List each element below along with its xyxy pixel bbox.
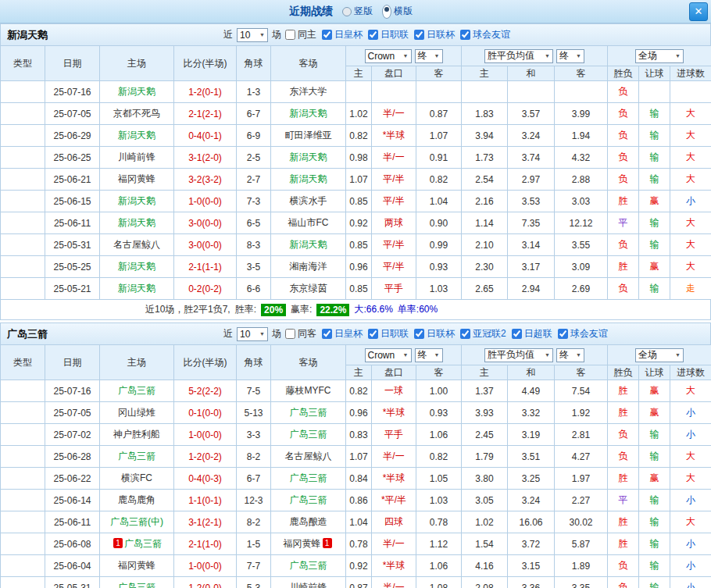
filter-checkbox-input[interactable] [285, 329, 295, 339]
match-count-select[interactable]: 10▼ [237, 327, 268, 341]
home-team-name: 鹿岛鹿角 [118, 494, 155, 505]
filter-checkbox[interactable]: 日联杯 [414, 327, 455, 340]
home-team-cell[interactable]: 新潟天鹅 [100, 125, 174, 147]
away-team-cell[interactable]: 新潟天鹅 [271, 147, 346, 169]
match-row: 日职联 25-05-31 广岛三箭 1-2(0-0) 5-3 川崎前锋 0.87… [1, 577, 711, 588]
away-team-cell[interactable]: 横滨水手 [271, 191, 346, 212]
home-team-cell[interactable]: 新潟天鹅 [100, 191, 174, 212]
filter-checkbox[interactable]: 亚冠联2 [460, 327, 506, 340]
filter-checkbox-input[interactable] [322, 30, 332, 40]
home-team-cell[interactable]: 新潟天鹅 [100, 256, 174, 278]
score-cell: 2-1(1-0) [174, 533, 237, 555]
date-cell: 25-05-31 [45, 577, 100, 588]
corner-cell: 12-3 [237, 490, 271, 511]
filter-checkbox-input[interactable] [512, 329, 522, 339]
odds-stage-select[interactable]: 终▼ [415, 348, 443, 362]
away-team-cell[interactable]: 广岛三箭 [271, 555, 346, 577]
home-team-cell[interactable]: 神户胜利船 [100, 424, 174, 446]
corner-cell: 8-3 [237, 234, 271, 256]
corner-cell: 8-2 [237, 446, 271, 468]
away-team-cell[interactable]: 新潟天鹅 [271, 103, 346, 125]
bookmaker-select[interactable]: Crown▼ [365, 348, 412, 362]
home-team-cell[interactable]: 福冈黄蜂 [100, 555, 174, 577]
filter-checkbox[interactable]: 日职联 [368, 28, 409, 41]
away-team-cell[interactable]: 广岛三箭 [271, 402, 346, 424]
avg-win-cell: 1.79 [462, 446, 508, 468]
col-odds-home: 主 [346, 365, 372, 380]
filter-checkbox[interactable]: 球会友谊 [558, 327, 608, 340]
home-team-cell[interactable]: 新潟天鹅 [100, 81, 174, 103]
home-team-cell[interactable]: 广岛三箭(中) [100, 511, 174, 533]
away-team-cell[interactable]: 福冈黄蜂1 [271, 533, 346, 555]
home-team-cell[interactable]: 京都不死鸟 [100, 103, 174, 125]
filter-checkbox-input[interactable] [460, 329, 470, 339]
home-team-cell[interactable]: 广岛三箭 [100, 446, 174, 468]
away-team-cell[interactable]: 广岛三箭 [271, 468, 346, 490]
away-team-cell[interactable]: 名古屋鲸八 [271, 446, 346, 468]
away-team-cell[interactable]: 福山市FC [271, 212, 346, 234]
filter-checkbox-input[interactable] [414, 329, 424, 339]
odds-stage-select[interactable]: 终▼ [415, 49, 443, 63]
filter-checkbox[interactable]: 日超联 [512, 327, 552, 340]
home-team-cell[interactable]: 川崎前锋 [100, 147, 174, 169]
home-team-cell[interactable]: 广岛三箭 [100, 577, 174, 588]
radio-horizontal[interactable]: 横版 [382, 5, 413, 19]
filter-checkbox-input[interactable] [414, 30, 424, 40]
filter-checkbox-input[interactable] [460, 30, 470, 40]
home-team-cell[interactable]: 1广岛三箭 [100, 533, 174, 555]
score-cell: 2-1(1-1) [174, 256, 237, 278]
filter-checkbox[interactable]: 日皇杯 [322, 327, 363, 340]
away-team-cell[interactable]: 湘南海洋 [271, 256, 346, 278]
away-team-cell[interactable]: 川崎前锋 [271, 577, 346, 588]
handicap-cell [372, 81, 416, 103]
away-team-cell[interactable]: 东京绿茵 [271, 278, 346, 300]
wdl-average-select[interactable]: 胜平负均值▼ [484, 348, 553, 362]
bookmaker-select[interactable]: Crown▼ [365, 49, 412, 63]
col-away: 客场 [271, 345, 346, 380]
wdl-average-select[interactable]: 胜平负均值▼ [484, 49, 553, 63]
filter-checkbox[interactable]: 日皇杯 [322, 28, 363, 41]
away-team-cell[interactable]: 东洋大学 [271, 81, 346, 103]
home-team-cell[interactable]: 新潟天鹅 [100, 212, 174, 234]
away-team-cell[interactable]: 广岛三箭 [271, 424, 346, 446]
filter-checkbox[interactable]: 球会友谊 [460, 28, 510, 41]
filter-checkbox-input[interactable] [322, 329, 332, 339]
filter-checkbox[interactable]: 日联杯 [414, 28, 455, 41]
home-team-cell[interactable]: 冈山绿雉 [100, 402, 174, 424]
home-team-cell[interactable]: 名古屋鲸八 [100, 234, 174, 256]
filter-checkbox-input[interactable] [368, 329, 378, 339]
away-odds-cell: 1.03 [416, 490, 462, 511]
radio-vertical[interactable]: 竖版 [342, 5, 373, 18]
filter-checkbox[interactable]: 日职联 [368, 327, 409, 340]
home-team-cell[interactable]: 鹿岛鹿角 [100, 490, 174, 511]
avg-win-cell: 3.94 [462, 125, 508, 147]
avg-draw-cell: 16.06 [508, 511, 555, 533]
home-team-cell[interactable]: 新潟天鹅 [100, 278, 174, 300]
away-team-cell[interactable]: 藤枝MYFC [271, 380, 346, 402]
league-cell: 日皇杯 [1, 212, 45, 234]
score-cell: 0-4(0-1) [174, 125, 237, 147]
filter-checkbox-input[interactable] [368, 30, 378, 40]
home-team-cell[interactable]: 横滨FC [100, 468, 174, 490]
home-team-cell[interactable]: 福冈黄蜂 [100, 169, 174, 191]
filter-checkbox[interactable]: 同主 [285, 28, 316, 41]
wdl-stage-select[interactable]: 终▼ [556, 348, 584, 362]
radio-selected-icon [382, 5, 391, 19]
scope-select[interactable]: 全场▼ [635, 49, 684, 63]
filter-checkbox-input[interactable] [558, 329, 568, 339]
scope-select[interactable]: 全场▼ [635, 348, 684, 362]
away-team-cell[interactable]: 鹿岛酿造 [271, 511, 346, 533]
match-count-select[interactable]: 10▼ [237, 28, 268, 42]
away-team-cell[interactable]: 新潟天鹅 [271, 234, 346, 256]
away-team-cell[interactable]: 新潟天鹅 [271, 169, 346, 191]
home-odds-cell: 0.96 [346, 402, 372, 424]
filter-checkbox[interactable]: 同客 [285, 327, 316, 340]
filter-checkbox-input[interactable] [285, 30, 295, 40]
league-cell: 日职联 [1, 402, 45, 424]
away-team-cell[interactable]: 町田泽维亚 [271, 125, 346, 147]
match-row: 日职联 25-06-15 新潟天鹅 1-0(0-0) 7-3 横滨水手 0.85… [1, 191, 711, 212]
close-button[interactable]: ✕ [689, 2, 708, 21]
home-team-cell[interactable]: 广岛三箭 [100, 380, 174, 402]
wdl-stage-select[interactable]: 终▼ [556, 49, 584, 63]
away-team-cell[interactable]: 广岛三箭 [271, 490, 346, 511]
